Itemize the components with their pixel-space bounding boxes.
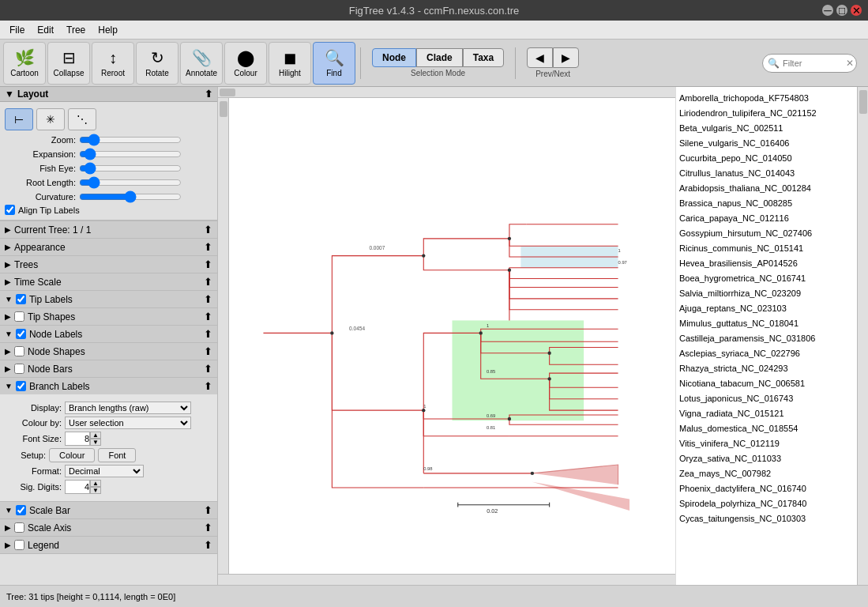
hscroll-thumb[interactable] <box>220 89 235 96</box>
layout-header[interactable]: ▼ Layout ⬆ <box>0 87 217 102</box>
expansion-slider[interactable] <box>79 148 182 160</box>
filter-box: 🔍 ✕ <box>762 54 857 73</box>
node-labels-expand-button[interactable]: ⬆ <box>204 328 212 340</box>
close-button[interactable]: ✕ <box>851 5 862 16</box>
trees-header[interactable]: ▶ Trees ⬆ <box>0 256 217 273</box>
menu-tree[interactable]: Tree <box>60 23 92 37</box>
filter-clear-button[interactable]: ✕ <box>846 58 854 69</box>
legend-checkbox[interactable] <box>14 540 24 550</box>
maximize-button[interactable]: □ <box>836 5 847 16</box>
node-shapes-header[interactable]: ▶ Node Shapes ⬆ <box>0 343 217 360</box>
next-button[interactable]: ▶ <box>553 47 579 68</box>
font-size-up-button[interactable]: ▲ <box>90 432 101 439</box>
node-bars-header[interactable]: ▶ Node Bars ⬆ <box>0 360 217 377</box>
rootlength-slider[interactable] <box>79 176 182 189</box>
node-10[interactable] <box>531 472 534 475</box>
node-shapes-checkbox[interactable] <box>14 346 24 356</box>
annotate-button[interactable]: 📎 Annotate <box>180 42 223 85</box>
sig-digits-up-button[interactable]: ▲ <box>90 480 101 487</box>
scale-bar-checkbox[interactable] <box>16 505 26 515</box>
diagonal-layout-button[interactable]: ⋱ <box>68 108 96 130</box>
branch-labels-checkbox[interactable] <box>16 381 26 391</box>
tip-shapes-expand-button[interactable]: ⬆ <box>204 311 212 322</box>
colour-setup-button[interactable]: Colour <box>49 448 95 462</box>
node-1[interactable] <box>330 331 333 334</box>
node-selection-button[interactable]: Node <box>372 48 416 67</box>
collapse-button[interactable]: ⊟ Collapse <box>47 42 90 85</box>
node-labels-checkbox[interactable] <box>16 329 26 339</box>
font-setup-button[interactable]: Font <box>98 448 136 462</box>
right-vscroll-thumb[interactable] <box>859 90 867 114</box>
zoom-slider[interactable] <box>79 134 182 146</box>
clade-selection-button[interactable]: Clade <box>416 48 463 67</box>
vscroll-thumb[interactable] <box>220 101 227 117</box>
font-size-down-button[interactable]: ▼ <box>90 439 101 446</box>
node-2[interactable] <box>422 254 425 257</box>
menu-help[interactable]: Help <box>92 23 124 37</box>
scale-axis-expand-button[interactable]: ⬆ <box>204 522 212 533</box>
scale-axis-checkbox[interactable] <box>14 522 24 533</box>
scale-bar-header[interactable]: ▼ Scale Bar ⬆ <box>0 502 217 518</box>
time-scale-expand-button[interactable]: ⬆ <box>204 276 212 288</box>
prev-button[interactable]: ◀ <box>527 47 553 68</box>
tip-labels-checkbox[interactable] <box>16 294 26 304</box>
reroot-button[interactable]: ↕ Reroot <box>92 42 134 85</box>
align-tip-labels-checkbox[interactable] <box>5 205 15 215</box>
cartoon-button[interactable]: 🌿 Cartoon <box>3 42 46 85</box>
legend-expand-button[interactable]: ⬆ <box>204 539 212 551</box>
right-vscrollbar[interactable] <box>857 87 868 585</box>
branch-labels-expand-button[interactable]: ⬆ <box>204 380 212 392</box>
find-button[interactable]: 🔍 Find <box>313 42 355 85</box>
node-bars-section: ▶ Node Bars ⬆ <box>0 360 217 378</box>
horizontal-scrollbar[interactable] <box>218 87 675 98</box>
font-size-input[interactable]: 8 <box>65 432 90 446</box>
node-9[interactable] <box>508 417 511 420</box>
legend-header[interactable]: ▶ Legend ⬆ <box>0 537 217 553</box>
node-bars-expand-button[interactable]: ⬆ <box>204 363 212 375</box>
tip-labels-expand-button[interactable]: ⬆ <box>204 293 212 305</box>
colour-by-select[interactable]: User selection <box>65 417 191 429</box>
node-3[interactable] <box>422 409 425 412</box>
rotate-button[interactable]: ↻ Rotate <box>136 42 178 85</box>
scale-axis-header[interactable]: ▶ Scale Axis ⬆ <box>0 519 217 536</box>
node-bars-arrow: ▶ <box>5 364 11 373</box>
curvature-slider[interactable] <box>79 190 182 203</box>
colour-button[interactable]: ⬤ Colour <box>224 42 267 85</box>
trees-expand-button[interactable]: ⬆ <box>204 258 212 270</box>
current-tree-header[interactable]: ▶ Current Tree: 1 / 1 ⬆ <box>0 221 217 238</box>
node-labels-header[interactable]: ▼ Node Labels ⬆ <box>0 326 217 342</box>
vertical-scrollbar[interactable] <box>218 98 229 574</box>
minimize-button[interactable]: ─ <box>822 5 833 16</box>
time-scale-header[interactable]: ▶ Time Scale ⬆ <box>0 273 217 290</box>
appearance-expand-button[interactable]: ⬆ <box>204 241 212 253</box>
node-4[interactable] <box>508 237 511 240</box>
tree-canvas[interactable]: 0.0454 0.0007 1 0.97 1 0.85 1 0.98 0.81 … <box>229 98 675 574</box>
bottom-hscrollbar[interactable] <box>218 574 675 585</box>
node-6[interactable] <box>479 331 483 334</box>
format-select[interactable]: Decimal <box>65 465 144 477</box>
appearance-header[interactable]: ▶ Appearance ⬆ <box>0 239 217 255</box>
branch-labels-header[interactable]: ▼ Branch Labels ⬆ <box>0 378 217 394</box>
tip-shapes-header[interactable]: ▶ Tip Shapes ⬆ <box>0 308 217 325</box>
taxa-selection-button[interactable]: Taxa <box>463 48 504 67</box>
node-shapes-expand-button[interactable]: ⬆ <box>204 345 212 357</box>
sig-digits-input[interactable] <box>65 480 90 494</box>
sig-digits-down-button[interactable]: ▼ <box>90 487 101 494</box>
scale-bar-expand-button[interactable]: ⬆ <box>204 504 212 516</box>
rectangular-layout-button[interactable]: ⊢ <box>5 108 33 130</box>
display-select[interactable]: Branch lengths (raw) <box>65 402 191 414</box>
node-7[interactable] <box>547 352 550 355</box>
menu-edit[interactable]: Edit <box>31 23 60 37</box>
menu-file[interactable]: File <box>3 23 31 37</box>
radial-layout-button[interactable]: ✳ <box>36 108 65 130</box>
tip-shapes-checkbox[interactable] <box>14 311 24 322</box>
hilight-button[interactable]: ◼ Hilight <box>269 42 311 85</box>
fisheye-slider[interactable] <box>79 162 182 175</box>
filter-input[interactable] <box>783 58 846 68</box>
current-tree-expand-button[interactable]: ⬆ <box>204 224 212 236</box>
node-5[interactable] <box>508 269 511 272</box>
legend-label: Legend <box>28 540 59 551</box>
node-8[interactable] <box>547 377 550 380</box>
node-bars-checkbox[interactable] <box>14 364 24 374</box>
tip-labels-header[interactable]: ▼ Tip Labels ⬆ <box>0 291 217 307</box>
